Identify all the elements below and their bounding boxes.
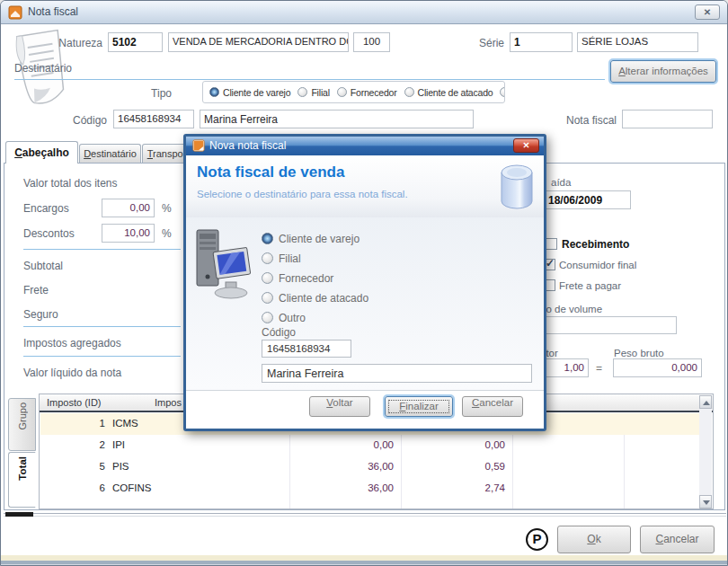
finalizar-button[interactable]: Finalizar	[385, 396, 453, 417]
tipo-label: Tipo	[136, 87, 172, 100]
tab-destinatario[interactable]: Destinatário	[79, 144, 141, 164]
splitter-grip[interactable]	[5, 512, 33, 517]
table-row-pis[interactable]: 5 PIS 36,00 0,59	[40, 456, 701, 478]
natureza-label: Natureza	[37, 37, 102, 49]
dialog-radio-outro[interactable]: Outro	[262, 309, 306, 323]
window-titlebar: Nota fiscal ✕	[1, 1, 728, 24]
cancelar-button[interactable]: Cancelar	[640, 526, 715, 553]
arrow-down-icon	[703, 500, 710, 505]
encargos-percent: %	[162, 202, 172, 215]
dialog-body: Cliente de varejo Filial Fornecedor Clie…	[186, 217, 544, 390]
natureza-num-field[interactable]: 100	[353, 32, 390, 52]
vertical-scrollbar[interactable]	[699, 395, 712, 509]
dialog-heading: Nota fiscal de venda	[197, 164, 344, 181]
radio-icon	[297, 87, 307, 97]
totals-separator	[23, 326, 181, 327]
descontos-label: Descontos	[23, 227, 75, 240]
destinatario-separator	[14, 79, 605, 80]
nota-fiscal-window: Nota fiscal ✕ Natureza 5102 VENDA DE MER…	[0, 0, 728, 566]
peso-bruto-field[interactable]: 0,000	[613, 358, 702, 377]
codigo-field[interactable]: 16458168934	[113, 110, 194, 128]
serie-label: Série	[450, 37, 504, 49]
circled-p-icon: P	[526, 528, 548, 551]
tab-cabecalho[interactable]: Cabeçalho	[5, 141, 78, 164]
table-row-cofins[interactable]: 6 COFINS 36,00 2,74	[40, 478, 701, 500]
dialog-radio-cliente-varejo[interactable]: Cliente de varejo	[262, 230, 360, 244]
serie-code-field[interactable]: 1	[510, 32, 573, 52]
destinatario-section-label: Destinatário	[14, 62, 72, 75]
scroll-down-button[interactable]	[699, 495, 712, 509]
radio-selected-icon	[209, 87, 219, 97]
radio-outro[interactable]: Outro	[500, 87, 505, 98]
dialog-radio-cliente-atacado[interactable]: Cliente de atacado	[262, 289, 368, 304]
valor-liquido-label: Valor líquido da nota	[23, 367, 121, 379]
ok-button[interactable]: Ok	[557, 526, 631, 553]
radio-icon	[404, 87, 414, 97]
voltar-button[interactable]: Voltar	[309, 396, 370, 417]
natureza-code-field[interactable]: 5102	[108, 32, 163, 52]
tipo-radio-group: Cliente de varejo Filial Fornecedor Clie…	[202, 81, 505, 103]
serie-desc-field[interactable]: SÉRIE LOJAS	[577, 32, 698, 52]
dialog-titlebar: Nova nota fiscal ✕	[186, 137, 544, 155]
consumidor-final-label: Consumidor final	[559, 260, 636, 270]
radio-icon	[500, 87, 505, 97]
dialog-radio-filial[interactable]: Filial	[262, 250, 301, 264]
destinatario-nome-field[interactable]: Marina Ferreira	[200, 110, 474, 128]
alterar-informacoes-button[interactable]: Alterar informações	[610, 60, 716, 83]
dialog-header: Nota fiscal de venda Selecione o destina…	[186, 155, 544, 217]
side-tab-grupo[interactable]: Grupo	[8, 398, 36, 451]
data-saida-field[interactable]: 18/06/2009	[544, 190, 631, 209]
app-note-icon	[8, 5, 22, 20]
natureza-desc-field[interactable]: VENDA DE MERCADORIA DENTRO DO ES	[168, 32, 349, 52]
window-title: Nota fiscal	[28, 5, 78, 18]
arrow-up-icon	[703, 401, 710, 405]
dialog-nome-field[interactable]: Marina Ferreira	[262, 364, 532, 383]
nota-fiscal-number-field[interactable]	[622, 110, 713, 128]
splitter-line	[4, 516, 726, 517]
focus-rect	[388, 400, 449, 413]
radio-icon	[262, 272, 273, 284]
radio-icon	[337, 87, 347, 97]
radio-fornecedor[interactable]: Fornecedor	[337, 87, 397, 98]
scroll-up-button[interactable]	[699, 395, 712, 409]
recebimento-checkbox[interactable]	[546, 238, 557, 250]
nota-fiscal-label: Nota fiscal	[531, 114, 617, 127]
dialog-cancelar-button[interactable]: Cancelar	[462, 396, 523, 417]
side-tab-total[interactable]: Total	[8, 452, 36, 508]
desktop-computer-icon	[193, 226, 253, 302]
dialog-codigo-label: Código	[262, 326, 296, 339]
totals-separator	[23, 249, 181, 250]
database-cylinder-icon	[496, 162, 537, 216]
radio-filial[interactable]: Filial	[297, 87, 329, 98]
dialog-radio-fornecedor[interactable]: Fornecedor	[262, 270, 333, 284]
window-close-icon[interactable]: ✕	[695, 4, 720, 20]
dialog-note-icon	[192, 139, 205, 152]
col-imposto-id: Imposto (ID)	[47, 397, 102, 408]
equals-sign: =	[596, 362, 602, 375]
descontos-percent: %	[162, 227, 172, 240]
col-imposto: Impos	[155, 397, 182, 408]
peso-bruto-label: Peso bruto	[614, 348, 664, 358]
dialog-title: Nova nota fiscal	[209, 139, 286, 152]
codigo-label: Código	[41, 114, 107, 127]
impostos-agregados-label: Impostos agregados	[23, 337, 121, 349]
tipo-volume-field[interactable]	[540, 316, 677, 334]
dialog-codigo-field[interactable]: 16458168934	[262, 340, 351, 358]
radio-selected-icon	[262, 233, 273, 244]
encargos-label: Encargos	[23, 202, 69, 215]
recebimento-label: Recebimento	[562, 238, 629, 251]
encargos-field[interactable]: 0,00	[102, 199, 155, 217]
totals-separator	[23, 356, 181, 357]
seguro-label: Seguro	[23, 308, 58, 321]
tipo-volume-label: po de volume	[540, 304, 602, 314]
frete-a-pagar-label: Frete a pagar	[559, 280, 621, 291]
frete-label: Frete	[23, 284, 49, 296]
dialog-close-icon[interactable]: ✕	[513, 138, 539, 153]
descontos-field[interactable]: 10,00	[102, 224, 155, 243]
table-row-ipi[interactable]: 2 IPI 0,00 0,00	[40, 435, 701, 456]
radio-cliente-varejo[interactable]: Cliente de varejo	[209, 87, 290, 98]
radio-icon	[262, 292, 273, 304]
data-saida-label: aída	[551, 177, 571, 188]
radio-cliente-atacado[interactable]: Cliente de atacado	[404, 87, 493, 98]
radio-icon	[262, 252, 273, 264]
